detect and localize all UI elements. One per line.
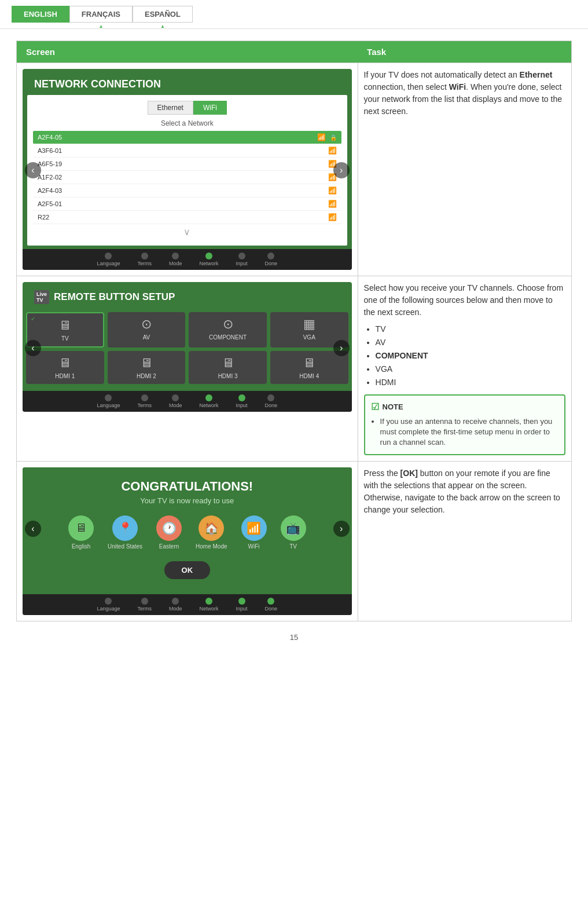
congrats-step-dot-network (205, 598, 212, 605)
footer-step-language: Language (97, 253, 120, 266)
task-remote-cell: Select how you receive your TV channels.… (358, 276, 571, 462)
footer-step-mode: Mode (169, 253, 182, 266)
input-item-hdmi4[interactable]: 🖥 HDMI 4 (270, 351, 348, 384)
network-item-4[interactable]: A2F4-03 📶 (33, 184, 341, 197)
congrats-icon-eastern: 🕐 Eastern (156, 515, 182, 550)
network-footer: Language Terms Mode Network (23, 249, 352, 270)
step-label-network: Network (200, 261, 219, 266)
lang-tab-espanol[interactable]: ESPAÑOL ▲ (133, 6, 193, 23)
step-dot-network (205, 253, 212, 259)
remote-step-label-done: Done (265, 403, 278, 408)
congrats-screen-mockup: ‹ CONGRATULATIONS! Your TV is now ready … (23, 467, 352, 615)
wifi-icon-1: 📶 (328, 147, 337, 155)
wifi-bold: WiFi (449, 82, 466, 92)
row-congrats: ‹ CONGRATULATIONS! Your TV is now ready … (17, 461, 572, 621)
page-number: 15 (0, 621, 588, 653)
congrats-step-dot-terms (141, 598, 148, 605)
network-item-1[interactable]: A3F6-01 📶 (33, 144, 341, 158)
input-item-hdmi1[interactable]: 🖥 HDMI 1 (26, 351, 104, 384)
network-tab-ethernet[interactable]: Ethernet (148, 101, 193, 115)
ok-bold: [OK] (400, 469, 418, 478)
network-list: A2F4-05 📶 🔒 A3F6-01 📶 (33, 131, 341, 240)
task-remote-text: Select how you receive your TV channels.… (364, 282, 565, 455)
ok-button[interactable]: OK (164, 561, 211, 579)
hdmi4-icon: 🖥 (273, 356, 346, 371)
task-remote-list: TV AV COMPONENT VGA HDMI (376, 323, 565, 389)
network-name-5: A2F5-01 (38, 200, 62, 207)
network-item-0[interactable]: A2F4-05 📶 🔒 (33, 131, 341, 144)
remote-footer-step-done: Done (265, 394, 278, 408)
wifi-congrats-label: WiFi (248, 543, 260, 550)
wifi-icon-0: 📶 (317, 133, 326, 141)
remote-screen-mockup: LiveTV REMOTE BUTTON SETUP ‹ ✓ 🖥 TV (23, 282, 352, 412)
component-icon: ⊙ (191, 317, 264, 332)
remote-step-label-network: Network (200, 403, 219, 408)
homemode-icon-label: Home Mode (196, 543, 227, 550)
congrats-footer-step-input: Input (236, 598, 248, 612)
network-item-5[interactable]: A2F5-01 📶 (33, 197, 341, 211)
tv-icon-circle: 📺 (281, 515, 306, 541)
network-nav-left[interactable]: ‹ (25, 162, 41, 178)
congrats-title: CONGRATULATIONS! (28, 479, 346, 494)
congrats-icon-us: 📍 United States (108, 515, 142, 550)
congrats-nav-right[interactable]: › (333, 521, 350, 537)
input-item-av[interactable]: ⊙ AV (108, 312, 186, 347)
task-congrats-cell: Press the [OK] button on your remote if … (358, 461, 571, 621)
congrats-step-label-done: Done (265, 606, 278, 612)
network-name-4: A2F4-03 (38, 187, 62, 194)
congrats-step-dot-language (105, 598, 112, 605)
network-screen-mockup: NETWORK CONNECTION ‹ Ethernet WiFi (23, 69, 352, 270)
espanol-triangle: ▲ (160, 24, 165, 29)
us-icon-circle: 📍 (112, 515, 138, 541)
main-table: Screen Task NETWORK CONNECTION ‹ Etherne… (16, 41, 572, 621)
remote-step-label-terms: Terms (138, 403, 152, 408)
network-name-1: A3F6-01 (38, 147, 62, 154)
step-label-language: Language (97, 261, 120, 266)
congrats-step-label-network: Network (200, 606, 219, 612)
remote-nav-left[interactable]: ‹ (25, 340, 41, 356)
step-dot-terms (141, 253, 148, 259)
network-tab-wifi[interactable]: WiFi (193, 101, 227, 115)
footer-step-done: Done (265, 253, 278, 266)
remote-step-label-input: Input (236, 403, 248, 408)
footer-step-network: Network (200, 253, 219, 266)
note-text: If you use an antenna to receive channel… (380, 416, 558, 448)
task-congrats-text: Press the [OK] button on your remote if … (364, 467, 565, 516)
remote-setup-title: LiveTV REMOTE BUTTON SETUP (23, 282, 352, 309)
remote-footer: Language Terms Mode Network (23, 391, 352, 412)
tv-congrats-label: TV (289, 543, 297, 550)
network-item-3[interactable]: A1F2-02 📶 (33, 171, 341, 184)
remote-step-dot-done (267, 394, 274, 401)
step-label-done: Done (265, 261, 278, 266)
remote-nav-right[interactable]: › (333, 340, 350, 356)
network-name-6: R22 (38, 214, 49, 221)
lang-tab-english[interactable]: ENGLISH (12, 6, 69, 23)
task-list-tv: TV (376, 323, 565, 335)
input-item-hdmi2[interactable]: 🖥 HDMI 2 (108, 351, 186, 384)
input-item-hdmi3[interactable]: 🖥 HDMI 3 (189, 351, 267, 384)
congrats-step-label-terms: Terms (138, 606, 152, 612)
input-item-component[interactable]: ⊙ COMPONENT (189, 312, 267, 347)
task-network-cell: If your TV does not automatically detect… (358, 63, 571, 276)
congrats-subtitle: Your TV is now ready to use (28, 496, 346, 505)
remote-footer-step-mode: Mode (169, 394, 182, 408)
network-nav-right[interactable]: › (333, 162, 350, 178)
remote-footer-step-terms: Terms (138, 394, 152, 408)
footer-step-input: Input (236, 253, 248, 266)
congrats-nav-left[interactable]: ‹ (25, 521, 41, 537)
congrats-footer-step-language: Language (97, 598, 120, 612)
eastern-icon-circle: 🕐 (156, 515, 182, 541)
step-dot-mode (172, 253, 179, 259)
network-name-3: A1F2-02 (38, 174, 62, 181)
congrats-icon-english: 🖥 English (68, 515, 94, 550)
vga-icon: ▦ (273, 317, 346, 332)
congrats-footer-step-done: Done (265, 598, 278, 612)
network-item-6[interactable]: R22 📶 (33, 211, 341, 224)
ethernet-bold: Ethernet (520, 70, 553, 79)
lang-tab-francais[interactable]: FRANÇAIS ▲ (69, 6, 133, 23)
remote-footer-step-input: Input (236, 394, 248, 408)
network-item-2[interactable]: A6F5-19 📶 (33, 158, 341, 171)
congrats-step-dot-done (267, 598, 274, 605)
congrats-footer-step-terms: Terms (138, 598, 152, 612)
remote-footer-step-network: Network (200, 394, 219, 408)
